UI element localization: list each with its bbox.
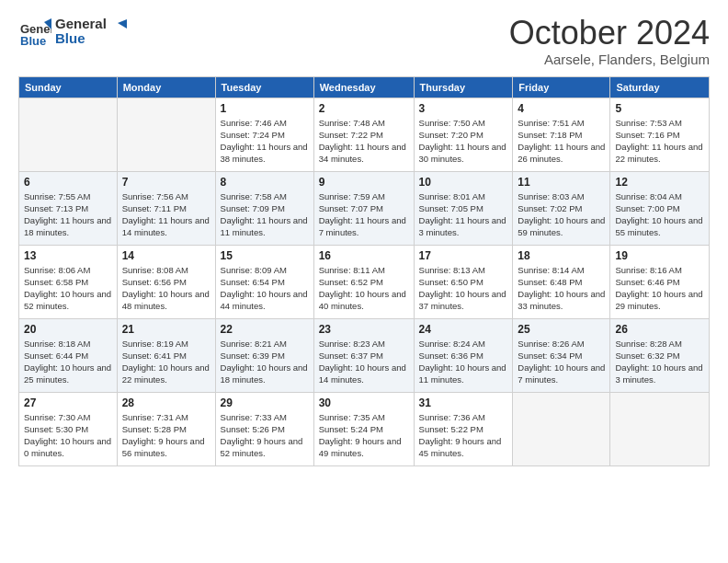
day-number: 29 [221, 396, 309, 409]
day-info: Sunrise: 8:01 AM Sunset: 7:05 PM Dayligh… [419, 190, 508, 239]
day-number: 21 [122, 323, 210, 336]
col-tuesday: Tuesday [215, 76, 313, 98]
table-row: 3Sunrise: 7:50 AM Sunset: 7:20 PM Daylig… [414, 98, 513, 171]
table-row [513, 392, 610, 465]
calendar-week-row: 1Sunrise: 7:46 AM Sunset: 7:24 PM Daylig… [19, 98, 710, 171]
day-number: 13 [24, 249, 112, 262]
table-row: 18Sunrise: 8:14 AM Sunset: 6:48 PM Dayli… [513, 245, 610, 318]
table-row: 9Sunrise: 7:59 AM Sunset: 7:07 PM Daylig… [313, 171, 414, 245]
day-number: 6 [24, 176, 112, 189]
table-row: 21Sunrise: 8:19 AM Sunset: 6:41 PM Dayli… [117, 318, 215, 392]
day-info: Sunrise: 8:21 AM Sunset: 6:39 PM Dayligh… [221, 338, 309, 386]
day-info: Sunrise: 8:16 AM Sunset: 6:46 PM Dayligh… [615, 264, 704, 313]
day-info: Sunrise: 7:48 AM Sunset: 7:22 PM Dayligh… [319, 117, 409, 166]
table-row: 11Sunrise: 8:03 AM Sunset: 7:02 PM Dayli… [513, 171, 610, 245]
col-sunday: Sunday [19, 76, 118, 98]
day-number: 5 [615, 102, 704, 115]
table-row: 30Sunrise: 7:35 AM Sunset: 5:24 PM Dayli… [313, 392, 414, 465]
logo: General Blue General Blue [18, 15, 127, 48]
col-thursday: Thursday [414, 76, 513, 98]
calendar-week-row: 27Sunrise: 7:30 AM Sunset: 5:30 PM Dayli… [19, 392, 710, 465]
day-number: 1 [221, 102, 309, 115]
svg-text:Blue: Blue [20, 34, 46, 48]
day-number: 10 [419, 176, 508, 189]
table-row: 26Sunrise: 8:28 AM Sunset: 6:32 PM Dayli… [610, 318, 710, 392]
table-row: 29Sunrise: 7:33 AM Sunset: 5:26 PM Dayli… [215, 392, 313, 465]
col-monday: Monday [117, 76, 215, 98]
table-row: 19Sunrise: 8:16 AM Sunset: 6:46 PM Dayli… [610, 245, 710, 318]
day-info: Sunrise: 8:08 AM Sunset: 6:56 PM Dayligh… [122, 264, 210, 313]
day-info: Sunrise: 7:56 AM Sunset: 7:11 PM Dayligh… [122, 190, 210, 239]
table-row: 5Sunrise: 7:53 AM Sunset: 7:16 PM Daylig… [610, 98, 710, 171]
day-number: 3 [419, 102, 508, 115]
day-info: Sunrise: 8:03 AM Sunset: 7:02 PM Dayligh… [518, 190, 605, 239]
table-row: 27Sunrise: 7:30 AM Sunset: 5:30 PM Dayli… [19, 392, 118, 465]
day-number: 15 [221, 249, 309, 262]
day-number: 24 [419, 323, 508, 336]
table-row: 13Sunrise: 8:06 AM Sunset: 6:58 PM Dayli… [19, 245, 118, 318]
day-info: Sunrise: 7:53 AM Sunset: 7:16 PM Dayligh… [615, 117, 704, 166]
table-row [610, 392, 710, 465]
day-info: Sunrise: 8:09 AM Sunset: 6:54 PM Dayligh… [221, 264, 309, 313]
page-container: General Blue General Blue October 2024 A… [0, 0, 728, 476]
table-row: 14Sunrise: 8:08 AM Sunset: 6:56 PM Dayli… [117, 245, 215, 318]
location: Aarsele, Flanders, Belgium [509, 52, 710, 67]
day-number: 23 [319, 323, 409, 336]
day-info: Sunrise: 8:06 AM Sunset: 6:58 PM Dayligh… [24, 264, 112, 313]
day-info: Sunrise: 7:35 AM Sunset: 5:24 PM Dayligh… [319, 411, 409, 460]
page-header: General Blue General Blue October 2024 A… [18, 15, 710, 67]
table-row: 12Sunrise: 8:04 AM Sunset: 7:00 PM Dayli… [610, 171, 710, 245]
table-row: 16Sunrise: 8:11 AM Sunset: 6:52 PM Dayli… [313, 245, 414, 318]
table-row: 22Sunrise: 8:21 AM Sunset: 6:39 PM Dayli… [215, 318, 313, 392]
table-row: 4Sunrise: 7:51 AM Sunset: 7:18 PM Daylig… [513, 98, 610, 171]
table-row: 2Sunrise: 7:48 AM Sunset: 7:22 PM Daylig… [313, 98, 414, 171]
day-info: Sunrise: 7:33 AM Sunset: 5:26 PM Dayligh… [221, 411, 309, 460]
table-row: 8Sunrise: 7:58 AM Sunset: 7:09 PM Daylig… [215, 171, 313, 245]
table-row: 1Sunrise: 7:46 AM Sunset: 7:24 PM Daylig… [215, 98, 313, 171]
day-number: 4 [518, 102, 605, 115]
day-number: 18 [518, 249, 605, 262]
day-number: 30 [319, 396, 409, 409]
day-number: 14 [122, 249, 210, 262]
svg-marker-3 [118, 19, 127, 29]
day-number: 12 [615, 176, 704, 189]
day-info: Sunrise: 8:14 AM Sunset: 6:48 PM Dayligh… [518, 264, 605, 313]
table-row: 7Sunrise: 7:56 AM Sunset: 7:11 PM Daylig… [117, 171, 215, 245]
day-info: Sunrise: 7:31 AM Sunset: 5:28 PM Dayligh… [122, 411, 210, 460]
month-title: October 2024 [509, 15, 710, 52]
day-number: 22 [221, 323, 309, 336]
table-row: 24Sunrise: 8:24 AM Sunset: 6:36 PM Dayli… [414, 318, 513, 392]
day-info: Sunrise: 7:50 AM Sunset: 7:20 PM Dayligh… [419, 117, 508, 166]
table-row: 25Sunrise: 8:26 AM Sunset: 6:34 PM Dayli… [513, 318, 610, 392]
calendar-week-row: 20Sunrise: 8:18 AM Sunset: 6:44 PM Dayli… [19, 318, 710, 392]
day-number: 11 [518, 176, 605, 189]
day-info: Sunrise: 8:28 AM Sunset: 6:32 PM Dayligh… [615, 338, 704, 386]
day-number: 9 [319, 176, 409, 189]
day-info: Sunrise: 7:46 AM Sunset: 7:24 PM Dayligh… [221, 117, 309, 166]
day-number: 27 [24, 396, 112, 409]
logo-icon: General Blue [18, 15, 51, 48]
day-number: 28 [122, 396, 210, 409]
day-info: Sunrise: 7:36 AM Sunset: 5:22 PM Dayligh… [419, 411, 508, 460]
table-row: 31Sunrise: 7:36 AM Sunset: 5:22 PM Dayli… [414, 392, 513, 465]
logo-bird-icon [108, 17, 127, 36]
table-row [117, 98, 215, 171]
day-info: Sunrise: 8:23 AM Sunset: 6:37 PM Dayligh… [319, 338, 409, 386]
col-friday: Friday [513, 76, 610, 98]
day-number: 20 [24, 323, 112, 336]
table-row [19, 98, 118, 171]
calendar-week-row: 13Sunrise: 8:06 AM Sunset: 6:58 PM Dayli… [19, 245, 710, 318]
day-number: 26 [615, 323, 704, 336]
day-info: Sunrise: 7:55 AM Sunset: 7:13 PM Dayligh… [24, 190, 112, 239]
table-row: 6Sunrise: 7:55 AM Sunset: 7:13 PM Daylig… [19, 171, 118, 245]
day-number: 31 [419, 396, 508, 409]
day-info: Sunrise: 8:13 AM Sunset: 6:50 PM Dayligh… [419, 264, 508, 313]
day-number: 7 [122, 176, 210, 189]
day-number: 19 [615, 249, 704, 262]
logo-blue: Blue [55, 31, 107, 47]
day-info: Sunrise: 8:19 AM Sunset: 6:41 PM Dayligh… [122, 338, 210, 386]
day-info: Sunrise: 8:11 AM Sunset: 6:52 PM Dayligh… [319, 264, 409, 313]
table-row: 10Sunrise: 8:01 AM Sunset: 7:05 PM Dayli… [414, 171, 513, 245]
day-info: Sunrise: 7:58 AM Sunset: 7:09 PM Dayligh… [221, 190, 309, 239]
day-number: 16 [319, 249, 409, 262]
